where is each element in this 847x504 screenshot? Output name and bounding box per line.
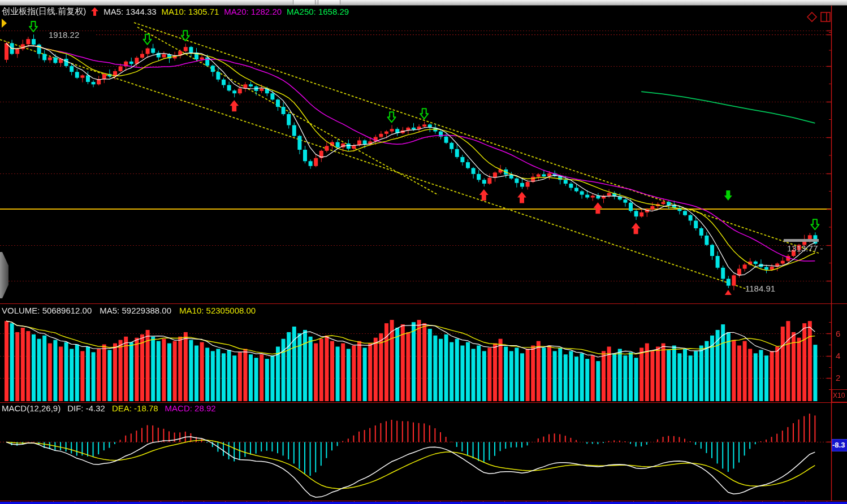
volume-axis-label: 6 — [836, 329, 840, 338]
volume-axis-label: 2 — [836, 373, 840, 383]
ma250-readout: MA250: 1658.29 — [287, 7, 349, 16]
volume-panel-header: VOLUME: 50689612.00 MA5: 59229388.00 MA1… — [2, 306, 256, 315]
ma5-readout: MA5: 1344.33 — [103, 7, 156, 16]
expand-arrow-icon — [2, 19, 7, 28]
dif-readout: DIF: -4.32 — [67, 403, 105, 413]
volume-unit-label: X10 — [832, 389, 847, 402]
symbol-title: 创业板指(日线.前复权) — [2, 6, 86, 17]
ma20-readout: MA20: 1282.20 — [224, 7, 282, 16]
toolbar-segment-button[interactable] — [318, 0, 340, 5]
dea-readout: DEA: -18.78 — [112, 403, 158, 413]
stock-chart-canvas[interactable] — [0, 0, 847, 504]
trend-up-arrow-icon — [91, 7, 98, 16]
toolbar-segment-button[interactable] — [293, 0, 316, 5]
window-top-toolbar-strip — [0, 0, 847, 6]
volume-readout: VOLUME: 50689612.00 — [2, 306, 92, 315]
last-price-annotation: 1313.77 - — [787, 244, 823, 253]
bottom-status-strip — [0, 502, 847, 504]
volume-axis-label: 4 — [836, 351, 840, 360]
main-chart-header: 创业板指(日线.前复权) MA5: 1344.33 MA10: 1305.71 … — [2, 6, 349, 17]
macd-value-badge: -8.3 — [832, 439, 847, 451]
volume-ma10-readout: MA10: 52305008.00 — [179, 306, 256, 315]
macd-title: MACD(12,26,9) — [2, 403, 60, 413]
diamond-tool-icon[interactable] — [806, 11, 818, 23]
macd-readout: MACD: 28.92 — [165, 403, 216, 413]
ma10-readout: MA10: 1305.71 — [162, 7, 219, 16]
split-window-icon[interactable] — [820, 11, 831, 23]
macd-panel-header: MACD(12,26,9) DIF: -4.32 DEA: -18.78 MAC… — [2, 403, 216, 413]
high-price-annotation: 1918.22 — [49, 30, 79, 40]
low-price-annotation: 1184.91 — [745, 284, 775, 293]
volume-ma5-readout: MA5: 59229388.00 — [100, 306, 171, 315]
